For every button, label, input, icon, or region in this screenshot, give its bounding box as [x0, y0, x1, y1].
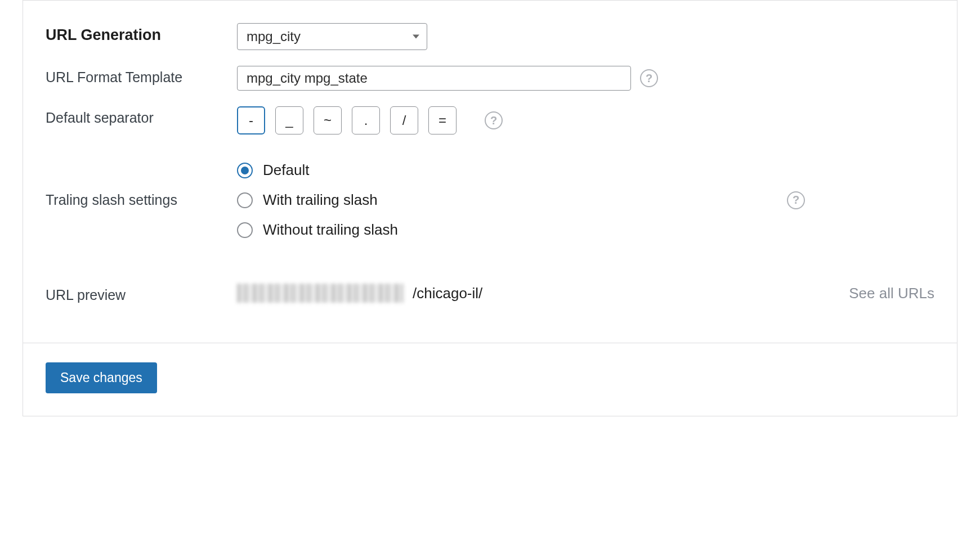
separator-underscore-button[interactable]: _: [275, 106, 303, 134]
settings-panel: URL Generation mpg_city URL Format Templ…: [23, 0, 957, 416]
separator-tilde-button[interactable]: ~: [314, 106, 342, 134]
footer: Save changes: [23, 343, 957, 416]
see-all-urls-link[interactable]: See all URLs: [849, 285, 934, 302]
radio-icon: [237, 222, 253, 238]
separator-group: - _ ~ . / = ?: [237, 106, 503, 134]
radio-icon: [237, 163, 253, 178]
preview-path: /chicago-il/: [413, 285, 482, 302]
row-url-preview: URL preview /chicago-il/ See all URLs: [46, 284, 934, 303]
label-separator: Default separator: [46, 106, 237, 126]
radio-label-default: Default: [263, 161, 309, 179]
radio-icon: [237, 192, 253, 208]
radio-label-without: Without trailing slash: [263, 221, 398, 239]
help-icon[interactable]: ?: [640, 69, 658, 87]
trailing-slash-radio-group: Default With trailing slash Without trai…: [237, 161, 398, 239]
help-icon[interactable]: ?: [787, 191, 805, 209]
radio-label-with: With trailing slash: [263, 191, 378, 209]
save-changes-button[interactable]: Save changes: [46, 362, 157, 393]
label-format-template: URL Format Template: [46, 66, 237, 86]
form-section: URL Generation mpg_city URL Format Templ…: [23, 1, 957, 343]
url-generation-select[interactable]: mpg_city: [237, 23, 427, 50]
label-trailing-slash: Traling slash settings: [46, 161, 237, 208]
separator-slash-button[interactable]: /: [390, 106, 418, 134]
separator-hyphen-button[interactable]: -: [237, 106, 265, 134]
trailing-slash-option-with[interactable]: With trailing slash: [237, 191, 398, 209]
row-separator: Default separator - _ ~ . / = ?: [46, 106, 934, 134]
trailing-slash-option-default[interactable]: Default: [237, 161, 398, 179]
label-url-preview: URL preview: [46, 284, 237, 303]
help-icon[interactable]: ?: [485, 111, 503, 129]
heading-url-generation: URL Generation: [46, 23, 237, 44]
format-template-input[interactable]: [237, 66, 631, 91]
row-trailing-slash: Traling slash settings Default With trai…: [46, 161, 934, 239]
preview-host-blurred: [237, 284, 404, 303]
separator-equals-button[interactable]: =: [428, 106, 457, 134]
url-generation-select-value: mpg_city: [247, 29, 301, 44]
row-format-template: URL Format Template ?: [46, 66, 934, 91]
trailing-slash-option-without[interactable]: Without trailing slash: [237, 221, 398, 239]
separator-dot-button[interactable]: .: [352, 106, 380, 134]
row-url-generation: URL Generation mpg_city: [46, 23, 934, 50]
